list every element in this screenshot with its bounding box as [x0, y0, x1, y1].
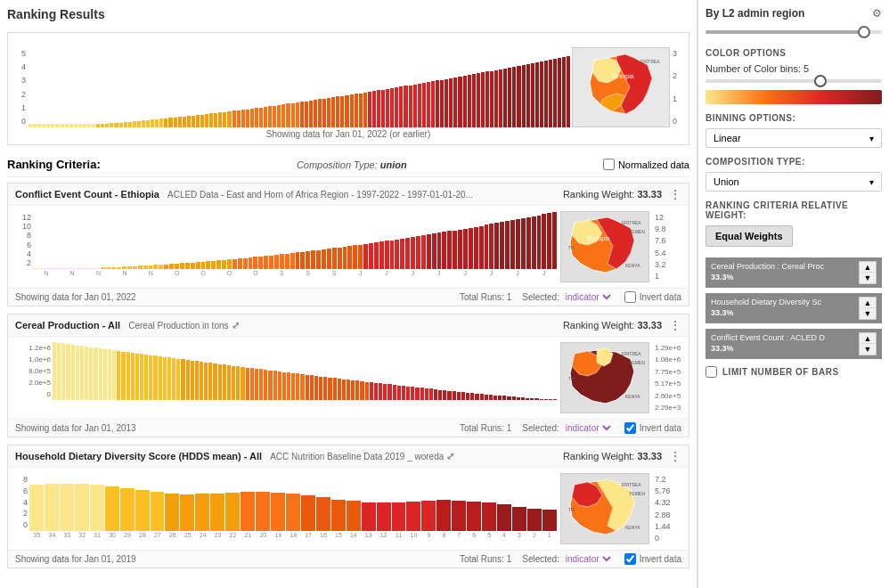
overview-bar — [159, 118, 163, 127]
cereal-bar — [99, 348, 102, 400]
overview-bar — [259, 108, 263, 127]
svg-text:ERITREA: ERITREA — [622, 220, 641, 225]
normalized-checkbox-input[interactable] — [603, 159, 615, 170]
cereal-bar — [383, 384, 387, 400]
conflict-bar — [479, 226, 484, 270]
cereal-ranking-weight: Ranking Weight: 33.33 — [563, 320, 662, 331]
overview-bar — [51, 124, 54, 128]
hdds-bar — [151, 492, 165, 531]
cereal-bar — [365, 382, 369, 400]
hdds-bar — [527, 509, 542, 531]
main-slider-thumb[interactable] — [858, 26, 870, 38]
hdds-indicator-select[interactable]: indicator — [562, 553, 614, 565]
cereal-bar — [227, 365, 231, 400]
conflict-x-label: J — [478, 270, 504, 281]
overview-bar — [87, 124, 91, 128]
weight-conflict-down[interactable]: ▼ — [860, 344, 876, 355]
cereal-bar — [296, 373, 299, 400]
cereal-bar — [429, 388, 433, 400]
hdds-x-label: 21 — [241, 532, 256, 543]
conflict-bar — [106, 267, 110, 269]
main-slider-container — [705, 27, 882, 37]
hdds-expand-icon[interactable]: ⤢ — [446, 451, 454, 461]
cereal-bar — [236, 366, 240, 400]
overview-bar — [237, 110, 241, 127]
overview-bar — [296, 102, 299, 127]
composition-dropdown[interactable]: Union ▾ — [705, 172, 882, 192]
hdds-x-label: 34 — [45, 532, 60, 543]
criterion-hdds-footer: Showing data for Jan 01, 2019 Total Runs… — [8, 550, 689, 568]
overview-bar — [255, 108, 258, 127]
hdds-x-label: 35 — [29, 532, 45, 543]
color-slider-thumb[interactable] — [814, 75, 827, 87]
cereal-invert-label[interactable]: Invert data — [624, 422, 681, 434]
hdds-map: ERITREA YEMEN TH KENYA — [560, 473, 649, 544]
cereal-bar — [181, 359, 184, 400]
overview-bar — [422, 83, 426, 127]
limit-bars-checkbox[interactable] — [705, 366, 717, 378]
hdds-invert-checkbox[interactable] — [624, 553, 636, 565]
hdds-bar — [362, 502, 376, 531]
conflict-bar — [96, 268, 101, 269]
conflict-bar — [374, 242, 379, 269]
overview-bar — [458, 77, 461, 127]
cereal-bar — [273, 371, 277, 400]
conflict-menu-icon[interactable]: ⋮ — [669, 187, 681, 201]
conflict-invert-checkbox[interactable] — [624, 291, 636, 303]
cereal-bar — [438, 390, 442, 401]
criterion-hdds-header: Household Dietary Diversity Score (HDDS … — [8, 445, 689, 468]
overview-bar — [363, 93, 367, 127]
conflict-invert-label[interactable]: Invert data — [624, 291, 681, 303]
hdds-x-label: 12 — [376, 532, 391, 543]
conflict-x-label: J — [504, 270, 530, 281]
weight-conflict-up[interactable]: ▲ — [860, 333, 876, 344]
weight-hdds-stepper[interactable]: ▲ ▼ — [859, 297, 877, 320]
cereal-bar — [208, 363, 212, 400]
cereal-menu-icon[interactable]: ⋮ — [669, 318, 681, 332]
cereal-bar — [512, 396, 516, 400]
normalized-data-checkbox[interactable]: Normalized data — [603, 159, 689, 170]
cereal-indicator-select[interactable]: indicator — [562, 422, 614, 434]
gear-icon[interactable]: ⚙ — [872, 7, 882, 20]
cereal-bar — [250, 368, 254, 400]
cereal-bar — [57, 343, 61, 400]
overview-bar — [78, 124, 82, 128]
hdds-bar — [331, 500, 346, 531]
hdds-bar — [256, 492, 270, 531]
svg-text:ERITREA: ERITREA — [622, 351, 641, 356]
binning-dropdown[interactable]: Linear ▾ — [705, 128, 882, 148]
hdds-total-runs: Total Runs: 1 — [460, 554, 511, 564]
conflict-bar — [143, 265, 148, 269]
hdds-menu-icon[interactable]: ⋮ — [669, 449, 681, 463]
hdds-x-label: 26 — [165, 532, 180, 543]
hdds-invert-label[interactable]: Invert data — [624, 553, 681, 565]
weight-conflict-stepper[interactable]: ▲ ▼ — [859, 332, 877, 355]
weight-cereal-stepper[interactable]: ▲ ▼ — [859, 261, 877, 284]
conflict-bar — [54, 268, 59, 269]
conflict-bar — [338, 248, 342, 269]
overview-bar — [277, 105, 281, 127]
hdds-bar — [165, 494, 179, 531]
conflict-indicator-select[interactable]: indicator — [562, 291, 614, 303]
hdds-bars — [29, 473, 557, 531]
cereal-bar — [351, 380, 355, 400]
equal-weights-button[interactable]: Equal Weights — [705, 225, 793, 247]
cereal-bar — [108, 349, 111, 400]
overview-bar — [553, 59, 557, 127]
weight-cereal-up[interactable]: ▲ — [860, 262, 876, 273]
cereal-invert-checkbox[interactable] — [624, 422, 636, 434]
cereal-bar — [493, 396, 497, 400]
conflict-bar — [274, 255, 279, 269]
weight-hdds-down[interactable]: ▼ — [860, 308, 876, 319]
weight-hdds-up[interactable]: ▲ — [860, 298, 876, 308]
overview-bar — [69, 124, 73, 128]
hdds-bar — [45, 484, 59, 531]
weight-cereal-down[interactable]: ▼ — [860, 273, 876, 283]
overview-bar — [305, 102, 308, 127]
overview-bar — [386, 89, 389, 127]
cereal-expand-icon[interactable]: ⤢ — [232, 320, 240, 331]
hdds-x-label: 17 — [301, 532, 316, 543]
overview-bar — [241, 110, 245, 127]
overview-bar — [151, 119, 154, 127]
conflict-bar — [269, 256, 273, 269]
